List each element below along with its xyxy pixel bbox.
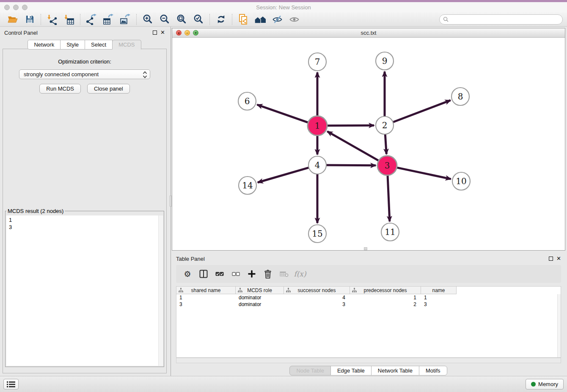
- graph-node-9[interactable]: 9: [376, 52, 394, 70]
- graph-node-14[interactable]: 14: [239, 177, 256, 194]
- zoom-fit-icon[interactable]: [173, 13, 190, 26]
- zoom-in-icon[interactable]: [139, 13, 156, 26]
- table-cell[interactable]: 3: [284, 301, 350, 307]
- graph-node-8[interactable]: 8: [451, 88, 469, 105]
- mcds-scrollbar[interactable]: [158, 215, 163, 366]
- export-network-icon[interactable]: [83, 13, 100, 26]
- table-cell[interactable]: 1: [421, 295, 457, 301]
- tab-motifs[interactable]: Motifs: [419, 366, 447, 375]
- edge-2-3[interactable]: [385, 133, 386, 154]
- network-window-titlebar[interactable]: scc.txt x − +: [172, 28, 565, 38]
- list-icon: [6, 381, 16, 388]
- toolbar-separator: [41, 14, 41, 25]
- node-label: 7: [315, 57, 320, 67]
- network-close-button[interactable]: x: [176, 30, 182, 36]
- table-row[interactable]: 3dominator323: [176, 301, 561, 308]
- table-cell[interactable]: 4: [284, 295, 350, 301]
- graph-node-2[interactable]: 2: [376, 116, 394, 134]
- table-cell[interactable]: 3: [421, 301, 457, 307]
- graph-node-7[interactable]: 7: [308, 53, 326, 71]
- edge-1-2[interactable]: [326, 125, 374, 126]
- zoom-out-icon[interactable]: [156, 13, 173, 26]
- tab-network-table[interactable]: Network Table: [371, 366, 419, 375]
- tab-node-table[interactable]: Node Table: [289, 366, 331, 375]
- table-cell[interactable]: dominator: [236, 301, 284, 307]
- edge-3-10[interactable]: [396, 167, 451, 179]
- column-header-successor-nodes[interactable]: successor nodes: [284, 287, 350, 294]
- close-table-panel-icon[interactable]: ✕: [556, 257, 561, 261]
- float-table-panel-icon[interactable]: [549, 257, 553, 261]
- unselect-all-columns-icon[interactable]: [228, 266, 244, 282]
- close-panel-icon[interactable]: ✕: [160, 30, 165, 35]
- import-table-icon[interactable]: [61, 13, 77, 26]
- column-header-label: name: [432, 287, 445, 293]
- edge-4-14[interactable]: [258, 167, 310, 182]
- network-minimize-button[interactable]: −: [184, 30, 190, 36]
- table-panel: Table Panel ✕ ⚙ f(x) shared nameMCDS rol…: [172, 254, 565, 376]
- import-network-icon[interactable]: [44, 13, 61, 26]
- tab-mcds[interactable]: MCDS: [112, 40, 141, 50]
- column-header-name[interactable]: name: [421, 287, 457, 294]
- graph-node-15[interactable]: 15: [308, 225, 326, 243]
- graph-node-4[interactable]: 4: [308, 156, 326, 174]
- window-resize-handle[interactable]: [364, 247, 367, 250]
- zoom-selected-icon[interactable]: [190, 13, 207, 26]
- open-folder-icon[interactable]: [4, 13, 21, 26]
- memory-button[interactable]: Memory: [526, 379, 564, 389]
- tab-network[interactable]: Network: [28, 40, 61, 50]
- edge-2-8[interactable]: [392, 100, 451, 122]
- table-cell[interactable]: dominator: [236, 295, 284, 301]
- task-history-button[interactable]: [3, 379, 19, 389]
- export-table-icon[interactable]: [100, 13, 117, 26]
- table-vertical-scrollbar[interactable]: [557, 294, 561, 357]
- graph-node-11[interactable]: 11: [381, 223, 399, 241]
- mcds-result-text[interactable]: 13: [6, 215, 163, 366]
- search-field[interactable]: [439, 14, 563, 25]
- mcds-result-line: 3: [9, 224, 160, 231]
- graph-node-3[interactable]: 3: [377, 156, 397, 175]
- tab-edge-table[interactable]: Edge Table: [330, 366, 372, 375]
- table-row[interactable]: 1dominator411: [176, 294, 561, 301]
- search-input[interactable]: [451, 17, 559, 22]
- edge-4-3[interactable]: [325, 165, 376, 166]
- copy-network-icon[interactable]: [235, 13, 252, 26]
- save-icon[interactable]: [21, 13, 38, 26]
- function-builder-icon: f(x): [292, 266, 308, 282]
- table-cell[interactable]: 1: [176, 295, 236, 301]
- float-panel-icon[interactable]: [153, 30, 157, 35]
- column-header-predecessor-nodes[interactable]: predecessor nodes: [350, 287, 421, 294]
- gear-icon[interactable]: ⚙: [179, 266, 195, 282]
- mcds-panel: Optimization criterion: strongly connect…: [3, 49, 167, 373]
- run-mcds-button[interactable]: Run MCDS: [39, 84, 81, 94]
- select-all-columns-icon[interactable]: [212, 266, 228, 282]
- add-column-icon[interactable]: [244, 266, 260, 282]
- graph-node-1[interactable]: 1: [308, 116, 327, 135]
- eye-icon[interactable]: [286, 13, 303, 26]
- network-maximize-button[interactable]: +: [193, 30, 198, 36]
- close-panel-button[interactable]: Close panel: [87, 84, 130, 94]
- export-image-icon[interactable]: [117, 13, 134, 26]
- refresh-icon[interactable]: [212, 13, 229, 26]
- home-icon[interactable]: [252, 13, 269, 26]
- column-header-shared-name[interactable]: shared name: [176, 287, 236, 294]
- edge-3-1[interactable]: [327, 131, 379, 161]
- graph-node-10[interactable]: 10: [452, 172, 470, 190]
- optimization-criterion-select[interactable]: strongly connected component: [19, 69, 150, 79]
- table-cell[interactable]: 3: [176, 301, 236, 307]
- table-cell[interactable]: 1: [350, 295, 421, 301]
- tab-select[interactable]: Select: [85, 40, 113, 50]
- trash-icon[interactable]: [260, 266, 276, 282]
- network-graph-canvas[interactable]: 7968124314101511: [172, 38, 565, 250]
- mcds-result-line: 1: [9, 216, 160, 224]
- tab-style[interactable]: Style: [60, 40, 85, 50]
- table-cell[interactable]: 2: [350, 301, 421, 307]
- split-columns-icon[interactable]: [195, 266, 212, 282]
- graph-node-6[interactable]: 6: [238, 92, 256, 110]
- table-horizontal-scrollbar[interactable]: [176, 358, 561, 363]
- edge-1-6[interactable]: [257, 105, 309, 123]
- eye-slash-icon[interactable]: [269, 13, 286, 26]
- node-label: 6: [245, 96, 250, 106]
- column-header-label: MCDS role: [247, 287, 272, 293]
- column-header-MCDS-role[interactable]: MCDS role: [236, 287, 284, 294]
- edge-3-11[interactable]: [388, 174, 390, 221]
